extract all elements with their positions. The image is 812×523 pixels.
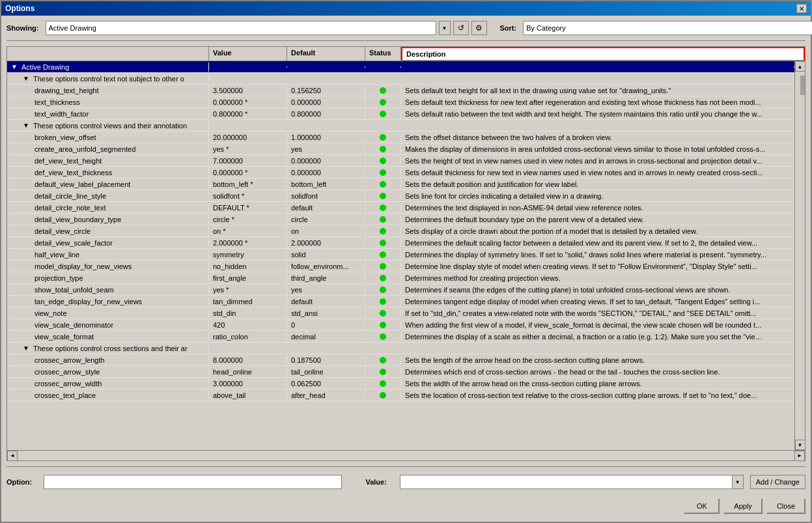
status-dot [380,111,386,117]
sort-input[interactable] [523,21,812,35]
active-drawing-header: ▼ Active Drawing [7,61,794,73]
config-button[interactable]: ⚙ [471,21,487,35]
status-dot [380,169,386,176]
showing-dropdown-arrow[interactable]: ▼ [439,21,451,35]
row-default-view-label[interactable]: default_view_label_placement bottom_left… [7,178,794,190]
table-section: Value Default Status Description ▼ Activ… [7,47,805,460]
group2-header: ▼ These options control views and their … [7,120,794,132]
bottom-buttons: OK Apply Close [7,496,805,516]
row-crossec-arrow-style[interactable]: crossec_arrow_style head_online tail_onl… [7,366,794,378]
group1-expand[interactable]: ▼ [23,75,32,82]
table-body-container: ▼ Active Drawing ▼ [7,61,805,450]
row-text-width-factor[interactable]: text_width_factor 0.800000 * 0.800000 Se… [7,108,794,120]
option-value-row: Option: Value: ▼ Add / Change [7,472,805,492]
th-option [7,47,209,61]
row-show-total-unfold[interactable]: show_total_unfold_seam yes * yes Determi… [7,284,794,296]
th-status: Status [365,47,401,61]
close-button-dialog[interactable]: Close [766,498,805,514]
expand-icon[interactable]: ▼ [11,63,20,70]
scroll-down-button[interactable]: ▼ [795,440,805,450]
value-label: Value: [365,478,393,486]
active-drawing-text: Active Drawing [21,63,69,71]
table-header: Value Default Status Description [7,47,805,61]
status-dot [380,263,386,270]
status-dot [380,134,386,141]
status-dot [380,298,386,305]
active-drawing-label: ▼ Active Drawing [7,63,209,72]
horizontal-scrollbar[interactable]: ◄ ► [7,450,805,460]
active-drawing-value [209,66,287,68]
row-detail-circle-line[interactable]: detail_circle_line_style solidfont * sol… [7,190,794,202]
row-def-view-text-height[interactable]: def_view_text_height 7.000000 0.000000 S… [7,155,794,167]
status-dot [380,380,386,387]
vertical-scrollbar[interactable]: ▲ ▼ [794,61,805,450]
th-value: Value [209,47,287,61]
row-crossec-arrow-length[interactable]: crossec_arrow_length 8.000000 0.187500 S… [7,354,794,366]
row-crossec-arrow-width[interactable]: crossec_arrow_width 3.000000 0.062500 Se… [7,378,794,389]
showing-label: Showing: [7,24,39,32]
showing-dropdown-container: ▼ ↺ ⚙ [46,21,487,35]
row-text-thickness[interactable]: text_thickness 0.000000 * 0.000000 Sets … [7,96,794,108]
ok-button[interactable]: OK [684,498,720,514]
row-drawing-text-height[interactable]: drawing_text_height 3.500000 0.156250 Se… [7,85,794,96]
options-window: Options ✕ Showing: ▼ ↺ ⚙ Sort: ▼ [0,0,812,523]
value-dropdown-button[interactable]: ▼ [732,475,744,489]
status-dot [380,322,386,328]
hscroll-track[interactable] [18,451,794,460]
status-dot [380,240,386,246]
th-description: Description [401,47,805,61]
option-input[interactable] [44,475,342,489]
table-scroll[interactable]: ▼ Active Drawing ▼ [7,61,794,450]
status-dot [380,158,386,164]
add-change-button[interactable]: Add / Change [750,475,805,489]
row-detail-circle-note[interactable]: detail_circle_note_text DEFAULT * defaul… [7,202,794,214]
status-dot [380,205,386,211]
scroll-up-button[interactable]: ▲ [795,61,805,72]
row-view-scale-denominator[interactable]: view_scale_denominator 420 0 When adding… [7,319,794,331]
scroll-thumb[interactable] [800,76,805,95]
row-broken-view-offset[interactable]: broken_view_offset 20.000000 1.000000 Se… [7,132,794,143]
scroll-left-button[interactable]: ◄ [7,451,18,461]
showing-sort-row: Showing: ▼ ↺ ⚙ Sort: ▼ [7,21,805,35]
row-half-view-line[interactable]: half_view_line symmetry solid Determines… [7,249,794,261]
row-model-display[interactable]: model_display_for_new_views no_hidden fo… [7,261,794,272]
row-detail-view-circle[interactable]: detail_view_circle on * on Sets display … [7,225,794,237]
window-title: Options [5,4,35,13]
row-crossec-text-place[interactable]: crossec_text_place above_tail after_head… [7,389,794,401]
status-dot [380,181,386,188]
status-dot [380,275,386,281]
apply-button[interactable]: Apply [723,498,763,514]
status-dot [380,216,386,223]
active-drawing-desc [401,66,794,68]
status-dot [380,228,386,234]
row-detail-view-boundary[interactable]: detail_view_boundary_type circle * circl… [7,214,794,225]
status-dot [380,146,386,152]
row-create-area-unfold[interactable]: create_area_unfold_segmented yes * yes M… [7,143,794,155]
scroll-right-button[interactable]: ► [794,451,805,461]
separator-1 [7,40,805,41]
showing-input[interactable] [46,21,436,35]
th-default: Default [287,47,365,61]
row-view-note[interactable]: view_note std_din std_ansi If set to "st… [7,307,794,319]
row-tan-edge-display[interactable]: tan_edge_display_for_new_views tan_dimme… [7,296,794,307]
title-bar: Options ✕ [1,1,811,16]
sort-dropdown-container: ▼ [523,21,812,35]
value-input[interactable] [400,475,732,489]
status-dot [380,333,386,340]
status-dot [380,251,386,258]
status-dot [380,310,386,317]
row-detail-view-scale[interactable]: detail_view_scale_factor 2.000000 * 2.00… [7,237,794,249]
active-drawing-status [365,66,401,68]
status-dot [380,99,386,106]
row-def-view-text-thickness[interactable]: def_view_text_thickness 0.000000 * 0.000… [7,167,794,178]
status-dot [380,193,386,199]
main-content: Value Default Status Description ▼ Activ… [7,46,805,461]
status-dot [380,369,386,375]
option-label: Option: [7,478,37,486]
refresh-button[interactable]: ↺ [453,21,469,35]
row-view-scale-format[interactable]: view_scale_format ratio_colon decimal De… [7,331,794,343]
row-projection-type[interactable]: projection_type first_angle third_angle … [7,272,794,284]
value-input-container: ▼ [400,475,744,489]
status-dot [380,357,386,363]
close-button[interactable]: ✕ [796,4,807,13]
